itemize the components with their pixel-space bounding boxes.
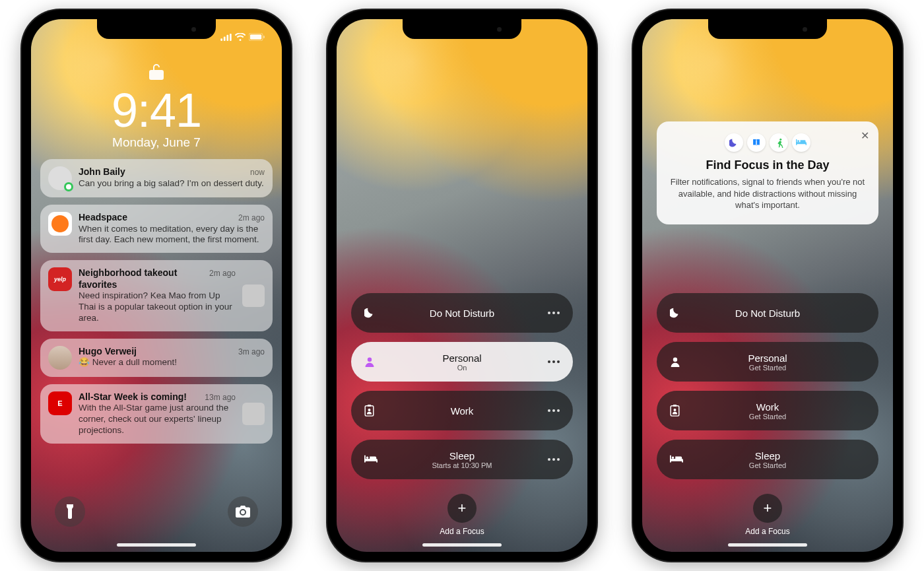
- home-indicator[interactable]: [422, 543, 502, 547]
- wifi-icon: [235, 33, 246, 41]
- badge-icon: [670, 405, 680, 417]
- notification-title: Headspace: [79, 212, 127, 224]
- svg-rect-2: [226, 34, 228, 40]
- focus-subtitle: On: [457, 364, 467, 372]
- focus-intro-card: ✕ Find Focus in the Day Filter notificat…: [657, 121, 878, 224]
- screen: ✕ Find Focus in the Day Filter notificat…: [642, 19, 893, 552]
- notification-timestamp: 2m ago: [238, 213, 265, 223]
- bed-icon: [670, 455, 683, 464]
- lock-time: 9:41: [31, 86, 282, 134]
- notch: [708, 19, 827, 39]
- notification[interactable]: E All-Star Week is coming!13m ago With t…: [40, 384, 273, 444]
- focus-mode-work[interactable]: Work: [351, 391, 573, 430]
- battery-icon: [249, 33, 265, 41]
- focus-subtitle: Get Started: [749, 413, 786, 420]
- focus-title: Sleep: [449, 450, 475, 461]
- flashlight-icon: [65, 504, 75, 519]
- flashlight-button[interactable]: [55, 496, 85, 527]
- svg-point-12: [779, 138, 781, 140]
- svg-rect-15: [673, 405, 676, 407]
- more-icon[interactable]: [548, 312, 560, 314]
- notification-timestamp: 13m ago: [205, 393, 236, 403]
- notification[interactable]: John Bailynow Can you bring a big salad?…: [40, 159, 273, 197]
- focus-mode-personal[interactable]: PersonalGet Started: [657, 342, 878, 382]
- lock-date: Monday, June 7: [31, 135, 282, 150]
- svg-rect-3: [230, 34, 232, 41]
- notification-title: Neighborhood takeout favorites: [79, 267, 204, 290]
- notch: [403, 19, 521, 39]
- bed-icon: [364, 455, 378, 464]
- svg-point-16: [674, 409, 676, 411]
- iphone-focus-panel: Do Not DisturbPersonalOnWorkSleepStarts …: [327, 10, 597, 561]
- focus-title: Work: [451, 405, 474, 417]
- camera-icon: [236, 506, 250, 518]
- screen: Do Not DisturbPersonalOnWorkSleepStarts …: [337, 19, 587, 552]
- notification-message: 😂 Never a dull moment!: [79, 357, 265, 368]
- signal-icon: [220, 34, 232, 41]
- notification[interactable]: Headspace2m ago When it comes to meditat…: [40, 205, 273, 253]
- screen: 9:41 Monday, June 7 John Bailynow Can yo…: [31, 19, 282, 552]
- home-indicator[interactable]: [728, 543, 807, 547]
- notification-thumbnail: [242, 285, 265, 307]
- notification-message: When it comes to meditation, every day i…: [79, 224, 265, 246]
- person-icon: [670, 356, 680, 367]
- notification[interactable]: Hugo Verweij3m ago 😂 Never a dull moment…: [40, 339, 273, 377]
- focus-mode-do-not-disturb[interactable]: Do Not Disturb: [657, 293, 878, 333]
- lock-open-icon: [149, 63, 164, 84]
- home-indicator[interactable]: [117, 543, 196, 547]
- notification-list[interactable]: John Bailynow Can you bring a big salad?…: [31, 150, 282, 444]
- notification-timestamp: now: [250, 168, 265, 178]
- focus-mode-work[interactable]: WorkGet Started: [657, 391, 878, 430]
- focus-intro-body: Filter notifications, signal to friends …: [670, 176, 865, 211]
- avatar-icon: [48, 166, 72, 190]
- app-icon-espn: E: [48, 391, 72, 415]
- notification-title: John Baily: [79, 166, 125, 178]
- focus-list: Do Not DisturbPersonalGet StartedWorkGet…: [642, 293, 893, 479]
- svg-point-11: [368, 409, 371, 411]
- camera-button[interactable]: [228, 496, 258, 527]
- svg-rect-1: [224, 36, 226, 40]
- add-focus-button[interactable]: +: [753, 494, 782, 523]
- notification[interactable]: yelp Neighborhood takeout favorites2m ag…: [40, 260, 273, 331]
- focus-chip-row: [670, 133, 865, 152]
- focus-title: Personal: [442, 353, 481, 364]
- running-icon: [770, 133, 788, 152]
- notification-message: With the All-Star game just around the c…: [79, 403, 236, 436]
- focus-subtitle: Get Started: [749, 461, 786, 469]
- more-icon[interactable]: [548, 409, 560, 412]
- moon-icon: [364, 307, 376, 319]
- focus-title: Do Not Disturb: [430, 308, 494, 319]
- iphone-focus-intro: ✕ Find Focus in the Day Filter notificat…: [633, 10, 902, 561]
- svg-rect-6: [263, 36, 265, 38]
- focus-intro-title: Find Focus in the Day: [670, 158, 865, 172]
- svg-rect-0: [220, 38, 222, 41]
- focus-mode-sleep[interactable]: SleepGet Started: [657, 440, 878, 479]
- bed-icon: [792, 133, 810, 152]
- more-icon[interactable]: [548, 360, 560, 363]
- notification-message: Can you bring a big salad? I'm on desser…: [79, 178, 265, 189]
- svg-point-13: [673, 358, 677, 362]
- focus-title: Do Not Disturb: [735, 308, 800, 319]
- more-icon[interactable]: [548, 458, 560, 461]
- focus-mode-sleep[interactable]: SleepStarts at 10:30 PM: [351, 440, 573, 479]
- svg-rect-10: [368, 405, 371, 407]
- moon-icon: [670, 307, 682, 319]
- close-button[interactable]: ✕: [861, 129, 869, 142]
- book-icon: [747, 133, 766, 152]
- moon-icon: [725, 133, 743, 152]
- app-icon-yelp: yelp: [48, 267, 72, 291]
- notch: [97, 19, 216, 39]
- focus-mode-do-not-disturb[interactable]: Do Not Disturb: [351, 293, 573, 333]
- focus-mode-personal[interactable]: PersonalOn: [351, 342, 573, 382]
- add-focus-label: Add a Focus: [440, 527, 484, 536]
- iphone-lockscreen: 9:41 Monday, June 7 John Bailynow Can yo…: [22, 10, 291, 561]
- add-focus-label: Add a Focus: [745, 527, 789, 536]
- add-focus-button[interactable]: +: [447, 494, 477, 523]
- notification-message: Need inspiration? Kea Mao from Up Thai i…: [79, 290, 236, 324]
- svg-point-7: [66, 184, 71, 189]
- avatar-icon: [48, 346, 72, 370]
- focus-subtitle: Starts at 10:30 PM: [432, 461, 492, 469]
- status-icons: [220, 33, 265, 41]
- notification-timestamp: 3m ago: [238, 347, 265, 357]
- svg-point-8: [368, 358, 372, 362]
